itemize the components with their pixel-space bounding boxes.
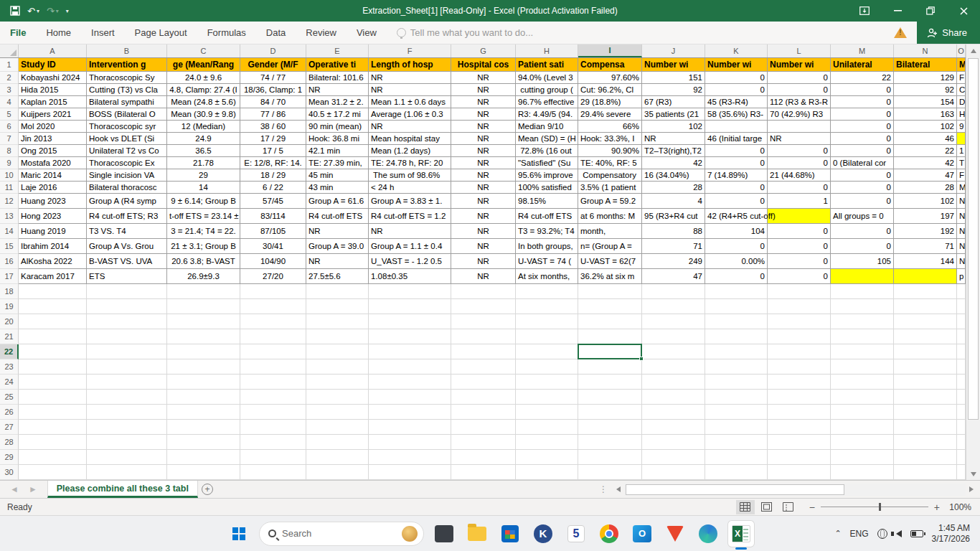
- taskbar-icon-edge[interactable]: [695, 521, 721, 547]
- cell-E28[interactable]: [306, 435, 369, 450]
- cell-K4[interactable]: 45 (R3-R4): [705, 96, 768, 108]
- cell-G8[interactable]: NR: [451, 145, 516, 157]
- cell-A3[interactable]: Hida 2015: [19, 84, 87, 96]
- cell-M26[interactable]: [831, 405, 894, 420]
- cell-J8[interactable]: T2–T3(right),T2: [642, 145, 705, 157]
- scroll-right-arrow[interactable]: [966, 484, 977, 496]
- cell-K13[interactable]: 42 (R4+R5 cut-off): [705, 209, 768, 224]
- zoom-slider-thumb[interactable]: [879, 503, 881, 511]
- row-header-19[interactable]: 19: [0, 299, 19, 314]
- cell-K1[interactable]: Number wi: [705, 58, 768, 72]
- cell-E18[interactable]: [306, 284, 369, 299]
- cell-O13[interactable]: N: [957, 209, 966, 224]
- cell-I27[interactable]: [578, 420, 642, 435]
- cell-I11[interactable]: 3.5% (1 patient: [578, 182, 642, 194]
- cell-K12[interactable]: 0: [705, 194, 768, 209]
- cell-C18[interactable]: [167, 284, 240, 299]
- cell-O10[interactable]: F: [957, 169, 966, 182]
- cell-J20[interactable]: [642, 314, 705, 329]
- cell-N20[interactable]: [894, 314, 957, 329]
- active-cell-selection[interactable]: [578, 344, 642, 359]
- cell-D30[interactable]: [240, 465, 306, 480]
- cell-K9[interactable]: 0: [705, 157, 768, 169]
- cell-L29[interactable]: [768, 450, 831, 465]
- cell-L6[interactable]: [768, 121, 831, 133]
- cell-G18[interactable]: [451, 284, 516, 299]
- cell-C27[interactable]: [167, 420, 240, 435]
- cell-M7[interactable]: 0: [831, 133, 894, 145]
- cell-O8[interactable]: 1: [957, 145, 966, 157]
- ribbon-display-options-button[interactable]: [848, 0, 881, 22]
- cell-C6[interactable]: 12 (Median): [167, 121, 240, 133]
- cell-A13[interactable]: Hong 2023: [19, 209, 87, 224]
- cell-L23[interactable]: [768, 359, 831, 375]
- cell-C8[interactable]: 36.5: [167, 145, 240, 157]
- cell-O1[interactable]: M: [957, 58, 966, 72]
- cell-I8[interactable]: 90.90%: [578, 145, 642, 157]
- cell-C9[interactable]: 21.78: [167, 157, 240, 169]
- cell-N30[interactable]: [894, 465, 957, 480]
- cell-I4[interactable]: 29 (18.8%): [578, 96, 642, 108]
- cell-G26[interactable]: [451, 405, 516, 420]
- cell-L9[interactable]: 0: [768, 157, 831, 169]
- row-header-21[interactable]: 21: [0, 329, 19, 344]
- cell-C2[interactable]: 24.0 ± 9.6: [167, 72, 240, 84]
- cell-H13[interactable]: R4 cut-off ETS: [516, 209, 578, 224]
- cell-B22[interactable]: [87, 344, 167, 359]
- cell-F1[interactable]: Length of hosp: [369, 58, 451, 72]
- row-header-7[interactable]: 7: [0, 133, 19, 145]
- cell-K6[interactable]: [705, 121, 768, 133]
- cell-L30[interactable]: [768, 465, 831, 480]
- cell-J17[interactable]: 47: [642, 269, 705, 284]
- cell-D22[interactable]: [240, 344, 306, 359]
- cell-N14[interactable]: 192: [894, 224, 957, 239]
- cell-N12[interactable]: 102: [894, 194, 957, 209]
- cell-M5[interactable]: 0: [831, 108, 894, 121]
- cell-C30[interactable]: [167, 465, 240, 480]
- cell-F28[interactable]: [369, 435, 451, 450]
- tab-file[interactable]: File: [0, 22, 36, 44]
- cell-F11[interactable]: < 24 h: [369, 182, 451, 194]
- cell-M14[interactable]: 0: [831, 224, 894, 239]
- cell-O21[interactable]: [957, 329, 966, 344]
- cell-M13[interactable]: All groups = 0: [831, 209, 894, 224]
- horizontal-scroll-thumb[interactable]: [626, 484, 844, 495]
- col-header-M[interactable]: M: [831, 44, 894, 57]
- cell-J9[interactable]: 42: [642, 157, 705, 169]
- cell-G22[interactable]: [451, 344, 516, 359]
- cell-E16[interactable]: NR: [306, 254, 369, 269]
- cell-O24[interactable]: [957, 375, 966, 390]
- cell-N27[interactable]: [894, 420, 957, 435]
- tray-expand-icon[interactable]: ⌃: [834, 529, 841, 538]
- row-header-3[interactable]: 3: [0, 84, 19, 96]
- cell-A23[interactable]: [19, 359, 87, 375]
- cell-J4[interactable]: 67 (R3): [642, 96, 705, 108]
- vertical-scroll-thumb[interactable]: [968, 58, 979, 420]
- cell-C16[interactable]: 20.6 3.8; B-VAST: [167, 254, 240, 269]
- cell-G15[interactable]: NR: [451, 239, 516, 254]
- cell-C4[interactable]: Mean (24.8 ± 5.6): [167, 96, 240, 108]
- battery-icon[interactable]: [910, 530, 923, 537]
- cell-L3[interactable]: 0: [768, 84, 831, 96]
- horizontal-scrollbar[interactable]: [624, 484, 966, 496]
- cell-O3[interactable]: C: [957, 84, 966, 96]
- zoom-in-button[interactable]: +: [934, 501, 940, 513]
- cell-G7[interactable]: NR: [451, 133, 516, 145]
- cell-K8[interactable]: 0: [705, 145, 768, 157]
- cell-F30[interactable]: [369, 465, 451, 480]
- cell-C26[interactable]: [167, 405, 240, 420]
- cell-F5[interactable]: Average (1.06 ± 0.3: [369, 108, 451, 121]
- cell-E25[interactable]: [306, 390, 369, 405]
- cell-G28[interactable]: [451, 435, 516, 450]
- cell-J15[interactable]: 71: [642, 239, 705, 254]
- cell-D11[interactable]: 6 / 22: [240, 182, 306, 194]
- col-header-K[interactable]: K: [705, 44, 768, 57]
- row-header-27[interactable]: 27: [0, 420, 19, 435]
- scroll-left-arrow[interactable]: [613, 484, 624, 496]
- cell-C19[interactable]: [167, 299, 240, 314]
- cell-E15[interactable]: Group A = 39.0: [306, 239, 369, 254]
- cell-M19[interactable]: [831, 299, 894, 314]
- cell-F4[interactable]: Mean 1.1 ± 0.6 days: [369, 96, 451, 108]
- cell-O23[interactable]: [957, 359, 966, 375]
- cell-H6[interactable]: Median 9/10: [516, 121, 578, 133]
